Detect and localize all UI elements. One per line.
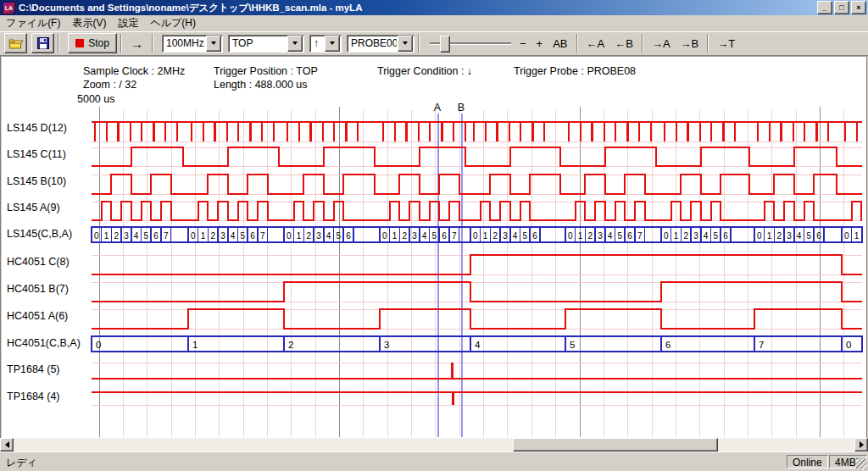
svg-text:A: A xyxy=(434,102,442,114)
waveform-canvas[interactable]: AB01234567012345670123456012345670123456… xyxy=(0,0,868,471)
svg-text:6: 6 xyxy=(665,340,670,350)
svg-text:0: 0 xyxy=(568,231,573,241)
svg-text:1: 1 xyxy=(767,231,772,241)
svg-text:3: 3 xyxy=(503,231,508,241)
svg-text:6: 6 xyxy=(723,231,728,241)
svg-text:3: 3 xyxy=(693,231,698,241)
svg-text:2: 2 xyxy=(306,231,311,241)
svg-text:4: 4 xyxy=(231,231,236,241)
scroll-right-button[interactable] xyxy=(854,438,868,452)
svg-text:7: 7 xyxy=(452,231,457,241)
status-bar: レディ Online4MBit xyxy=(0,452,868,471)
svg-text:2: 2 xyxy=(210,231,215,241)
horizontal-scrollbar[interactable] xyxy=(0,438,868,452)
svg-text:1: 1 xyxy=(297,231,302,241)
svg-text:4: 4 xyxy=(326,231,331,241)
svg-text:3: 3 xyxy=(787,231,792,241)
svg-text:2: 2 xyxy=(587,231,593,241)
svg-text:6: 6 xyxy=(153,231,159,241)
svg-text:5: 5 xyxy=(570,340,575,350)
svg-text:1: 1 xyxy=(104,231,109,241)
svg-text:0: 0 xyxy=(757,231,762,241)
svg-text:5: 5 xyxy=(432,231,437,241)
svg-text:6: 6 xyxy=(250,231,255,241)
svg-text:2: 2 xyxy=(492,231,498,241)
svg-text:3: 3 xyxy=(598,231,603,241)
left-arrow-icon xyxy=(5,441,9,448)
svg-text:3: 3 xyxy=(124,231,129,241)
resize-grip[interactable] xyxy=(856,459,867,470)
svg-text:0: 0 xyxy=(473,231,478,241)
svg-text:5: 5 xyxy=(337,231,342,241)
svg-text:4: 4 xyxy=(797,231,802,241)
svg-text:7: 7 xyxy=(164,231,169,241)
svg-text:0: 0 xyxy=(382,231,387,241)
svg-text:6: 6 xyxy=(627,231,632,241)
svg-text:5: 5 xyxy=(807,231,812,241)
svg-text:1: 1 xyxy=(578,231,583,241)
svg-text:5: 5 xyxy=(714,231,719,241)
svg-text:3: 3 xyxy=(412,231,417,241)
svg-text:5: 5 xyxy=(241,231,246,241)
scroll-left-button[interactable] xyxy=(0,438,14,452)
svg-text:3: 3 xyxy=(316,231,321,241)
svg-text:1: 1 xyxy=(201,231,206,241)
status-cell-0: Online xyxy=(787,455,828,468)
svg-text:6: 6 xyxy=(532,231,537,241)
svg-text:B: B xyxy=(458,102,465,114)
svg-text:1: 1 xyxy=(192,340,198,350)
svg-text:6: 6 xyxy=(346,231,351,241)
svg-text:0: 0 xyxy=(96,340,101,350)
svg-text:2: 2 xyxy=(402,231,407,241)
svg-text:1: 1 xyxy=(674,231,679,241)
scrollbar-thumb[interactable] xyxy=(513,438,718,452)
svg-text:4: 4 xyxy=(134,231,139,241)
svg-text:4: 4 xyxy=(704,231,709,241)
svg-text:2: 2 xyxy=(683,231,688,241)
svg-text:3: 3 xyxy=(384,340,389,350)
svg-text:2: 2 xyxy=(288,340,293,350)
svg-text:7: 7 xyxy=(759,340,764,350)
svg-text:6: 6 xyxy=(816,231,821,241)
svg-text:7: 7 xyxy=(260,231,265,241)
svg-text:0: 0 xyxy=(287,231,292,241)
right-arrow-icon xyxy=(860,441,864,448)
svg-text:0: 0 xyxy=(844,231,849,241)
svg-text:1: 1 xyxy=(854,231,860,241)
svg-text:1: 1 xyxy=(392,231,398,241)
svg-text:3: 3 xyxy=(220,231,225,241)
svg-text:7: 7 xyxy=(637,231,643,241)
svg-text:0: 0 xyxy=(94,231,99,241)
svg-text:0: 0 xyxy=(846,340,851,350)
svg-text:2: 2 xyxy=(114,231,119,241)
svg-text:6: 6 xyxy=(442,231,447,241)
svg-text:5: 5 xyxy=(618,231,623,241)
mylA-window: { "window": { "title": "C:\\Documents an… xyxy=(0,0,868,471)
svg-text:2: 2 xyxy=(776,231,782,241)
svg-text:4: 4 xyxy=(475,340,481,350)
svg-text:4: 4 xyxy=(513,231,518,241)
svg-text:5: 5 xyxy=(144,231,149,241)
svg-text:0: 0 xyxy=(664,231,669,241)
status-ready-text: レディ xyxy=(6,456,37,470)
svg-text:1: 1 xyxy=(483,231,488,241)
svg-text:4: 4 xyxy=(422,231,427,241)
svg-text:0: 0 xyxy=(191,231,196,241)
svg-text:4: 4 xyxy=(608,231,613,241)
svg-text:5: 5 xyxy=(523,231,528,241)
